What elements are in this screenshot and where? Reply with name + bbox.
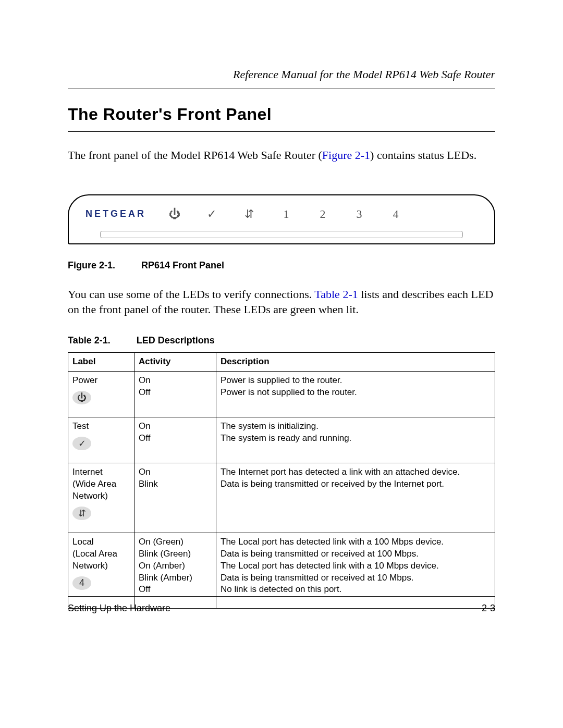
port1-label: 1 bbox=[268, 207, 304, 221]
activity-cell: OnOff bbox=[134, 417, 216, 463]
heading-rule bbox=[68, 131, 495, 132]
description-line: The Local port has detected link with a … bbox=[221, 560, 491, 572]
footer-rule bbox=[68, 596, 495, 597]
description-cell: Power is supplied to the router.Power is… bbox=[216, 372, 495, 417]
port2-label: 2 bbox=[304, 207, 341, 221]
activity-line: Off bbox=[139, 387, 212, 399]
col-label: Label bbox=[68, 353, 134, 372]
led-icon: ⏻ bbox=[72, 391, 91, 404]
footer-chapter-title: Setting Up the Hardware bbox=[68, 603, 170, 614]
col-description: Description bbox=[216, 353, 495, 372]
table-header-row: Label Activity Description bbox=[68, 353, 495, 372]
internet-icon: ⇵ bbox=[230, 207, 268, 221]
power-icon: ⏻ bbox=[156, 207, 193, 221]
activity-line: On bbox=[139, 375, 212, 387]
description-line: The system is ready and running. bbox=[221, 433, 491, 445]
running-header: Reference Manual for the Model RP614 Web… bbox=[68, 68, 495, 81]
led-icon: ✓ bbox=[72, 437, 91, 450]
description-line: The Internet port has detected a link wi… bbox=[221, 466, 491, 478]
description-line: The Local port has detected link with a … bbox=[221, 536, 491, 548]
panel-bottom-edge bbox=[100, 231, 463, 238]
description-line: Data is being transmitted or received at… bbox=[221, 572, 491, 584]
port4-label: 4 bbox=[377, 207, 414, 221]
intro-paragraph: The front panel of the Model RP614 Web S… bbox=[68, 147, 495, 163]
activity-cell: OnOff bbox=[134, 372, 216, 417]
mid-pre: You can use some of the LEDs to verify c… bbox=[68, 288, 314, 301]
netgear-logo: NETGEAR bbox=[85, 208, 146, 219]
table-number: Table 2-1. bbox=[68, 335, 111, 346]
label-line: Internet bbox=[72, 466, 130, 478]
label-line: Local bbox=[72, 536, 130, 548]
figure-crossref[interactable]: Figure 2-1 bbox=[322, 149, 370, 162]
description-cell: The Internet port has detected a link wi… bbox=[216, 463, 495, 533]
table-row: Test✓OnOffThe system is initializing.The… bbox=[68, 417, 495, 463]
label-line: Power bbox=[72, 375, 130, 387]
activity-line: Blink (Green) bbox=[139, 548, 212, 560]
label-line: (Local Area bbox=[72, 548, 130, 560]
front-panel-figure: NETGEAR ⏻ ✓ ⇵ 1 2 3 4 bbox=[68, 194, 495, 244]
label-line: Test bbox=[72, 421, 130, 433]
table-title: LED Descriptions bbox=[137, 335, 215, 346]
description-line: The system is initializing. bbox=[221, 421, 491, 433]
table-row: Power⏻OnOffPower is supplied to the rout… bbox=[68, 372, 495, 417]
activity-line: Off bbox=[139, 433, 212, 445]
description-line: Data is being transmitted or received by… bbox=[221, 478, 491, 490]
figure-caption: Figure 2-1. RP614 Front Panel bbox=[68, 260, 495, 271]
table-row: Internet(Wide AreaNetwork)⇵OnBlinkThe In… bbox=[68, 463, 495, 533]
table-intro-paragraph: You can use some of the LEDs to verify c… bbox=[68, 287, 495, 317]
footer-page-number: 2-3 bbox=[482, 603, 495, 614]
activity-line: On (Amber) bbox=[139, 560, 212, 572]
description-cell: The system is initializing.The system is… bbox=[216, 417, 495, 463]
label-cell: Test✓ bbox=[68, 417, 134, 463]
activity-line: On bbox=[139, 421, 212, 433]
panel-led-row: ⏻ ✓ ⇵ 1 2 3 4 bbox=[146, 207, 489, 221]
port3-label: 3 bbox=[341, 207, 377, 221]
activity-line: On (Green) bbox=[139, 536, 212, 548]
activity-line: On bbox=[139, 466, 212, 478]
activity-line: Blink bbox=[139, 478, 212, 490]
intro-pre: The front panel of the Model RP614 Web S… bbox=[68, 149, 322, 162]
led-descriptions-table: Label Activity Description Power⏻OnOffPo… bbox=[68, 352, 495, 609]
intro-post: ) contains status LEDs. bbox=[370, 149, 476, 162]
activity-line: Blink (Amber) bbox=[139, 572, 212, 584]
description-line: Power is not supplied to the router. bbox=[221, 387, 491, 399]
label-line: Network) bbox=[72, 490, 130, 502]
led-icon: 4 bbox=[72, 576, 91, 590]
table-crossref[interactable]: Table 2-1 bbox=[314, 288, 358, 301]
description-line: Data is being transmitted or received at… bbox=[221, 548, 491, 560]
label-cell: Power⏻ bbox=[68, 372, 134, 417]
table-caption: Table 2-1. LED Descriptions bbox=[68, 335, 495, 346]
section-heading: The Router's Front Panel bbox=[68, 105, 495, 124]
label-line: Network) bbox=[72, 560, 130, 572]
label-cell: Internet(Wide AreaNetwork)⇵ bbox=[68, 463, 134, 533]
col-activity: Activity bbox=[134, 353, 216, 372]
label-line: (Wide Area bbox=[72, 478, 130, 490]
header-rule bbox=[68, 89, 495, 89]
activity-cell: OnBlink bbox=[134, 463, 216, 533]
figure-number: Figure 2-1. bbox=[68, 260, 115, 270]
led-icon: ⇵ bbox=[72, 507, 91, 520]
panel-outline: NETGEAR ⏻ ✓ ⇵ 1 2 3 4 bbox=[68, 194, 495, 244]
figure-title: RP614 Front Panel bbox=[141, 260, 224, 270]
description-line: Power is supplied to the router. bbox=[221, 375, 491, 387]
test-icon: ✓ bbox=[193, 207, 230, 221]
